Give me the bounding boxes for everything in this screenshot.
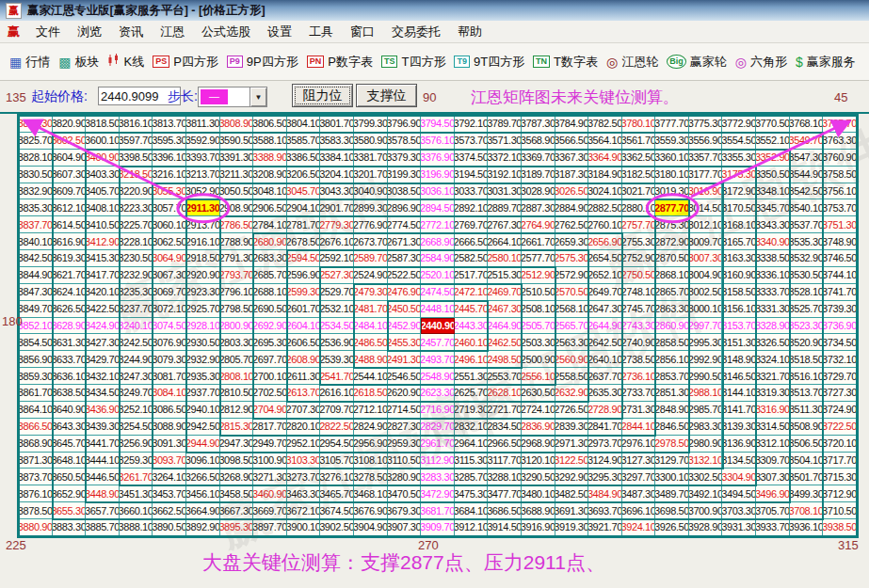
grid-cell: 3002.50	[689, 284, 723, 301]
grid-cell: 3261.70	[120, 469, 153, 485]
grid-cell: 3266.50	[186, 469, 220, 485]
resistance-button[interactable]: 阻力位	[292, 84, 353, 107]
grid-cell: 2726.50	[555, 402, 589, 419]
grid-cell: 3091.30	[153, 436, 186, 453]
grid-cell: 2565.70	[555, 318, 589, 335]
grid-cell: 3453.70	[153, 485, 186, 502]
toolbar-item-9p-square[interactable]: P99P四方形	[227, 54, 298, 71]
grid-cell: 3592.90	[186, 133, 220, 150]
grid-cell: 2685.70	[253, 267, 287, 284]
grid-cell: 3360.10	[655, 150, 689, 167]
grid-cell: 3895.30	[220, 519, 254, 536]
grid-cell: 3777.70	[655, 116, 689, 133]
toolbar-item-label: K线	[123, 54, 144, 71]
grid-cell: 3717.70	[823, 453, 857, 469]
grid-cell: 2923.30	[186, 284, 220, 301]
toolbar-item-winner-service[interactable]: $赢家服务	[796, 54, 856, 71]
grid-cell: 3139.30	[722, 419, 756, 436]
grid-cell: 2846.50	[655, 419, 689, 436]
menu-item-6[interactable]: 工具	[300, 23, 342, 40]
grid-cell: 3885.70	[86, 519, 120, 536]
grid-cell: 2824.90	[354, 419, 388, 436]
support-button[interactable]: 支撑位	[356, 84, 417, 107]
grid-cell: 2786.50	[220, 216, 254, 233]
toolbar-item-winner-wheel[interactable]: Big赢家轮	[667, 54, 727, 71]
grid-cell: 3103.30	[287, 453, 321, 469]
grid-cell: 2748.10	[622, 284, 656, 301]
grid-cell: 3873.70	[19, 469, 53, 485]
grid-cell: 3578.50	[388, 133, 422, 150]
toolbar-item-hexagon[interactable]: ◎六角形	[735, 54, 787, 71]
toolbar-item-p-square[interactable]: PSP四方形	[153, 54, 218, 71]
grid-cell: 3278.50	[354, 469, 388, 485]
menu-item-0[interactable]: 文件	[27, 23, 69, 40]
grid-cell: 3868.90	[19, 436, 53, 453]
grid-cell: 3590.50	[220, 133, 254, 150]
grid-cell: 3607.30	[53, 167, 87, 183]
toolbar-item-quotes[interactable]: ▦行情	[9, 54, 50, 71]
grid-cell: 3571.30	[488, 133, 522, 150]
grid-cell: 2635.30	[588, 385, 622, 402]
grid-cell: 2949.70	[253, 436, 287, 453]
grid-cell: 3072.10	[153, 301, 186, 318]
menu-item-7[interactable]: 窗口	[342, 23, 383, 40]
grid-cell: 3314.50	[756, 419, 790, 436]
grid-cell: 3357.70	[689, 150, 723, 167]
grid-cell: 2661.70	[522, 233, 555, 250]
toolbar-item-p-number-table[interactable]: PNP数字表	[307, 54, 373, 71]
grid-cell: 2928.10	[186, 318, 220, 335]
grid-cell: 3484.90	[588, 485, 622, 502]
menu-item-2[interactable]: 资讯	[110, 23, 152, 40]
grid-cell: 2906.50	[253, 199, 287, 216]
angle-label-90: 90	[423, 90, 436, 104]
menu-item-8[interactable]: 交易委托	[383, 23, 449, 40]
grid-cell: 2712.10	[354, 402, 388, 419]
menu-item-4[interactable]: 公式选股	[193, 23, 259, 40]
grid-cell: 3806.50	[253, 116, 287, 133]
toolbar-item-gann-wheel[interactable]: ◎江恩轮	[606, 54, 658, 71]
grid-cell: 3153.70	[722, 318, 756, 335]
grid-cell: 3542.50	[790, 183, 824, 200]
grid-cell: 2851.30	[655, 385, 689, 402]
toolbar-item-t-number-table[interactable]: TNT数字表	[533, 54, 598, 71]
grid-cell: 3388.90	[253, 150, 287, 167]
toolbar-item-label: 江恩轮	[621, 54, 658, 71]
grid-cell: 2721.70	[488, 402, 522, 419]
step-selected-value: —	[201, 89, 228, 104]
menu-item-5[interactable]: 设置	[259, 23, 300, 40]
toolbar-item-label: 板块	[74, 54, 99, 71]
grid-cell: 3861.70	[19, 385, 53, 402]
grid-cell: 3890.50	[153, 519, 186, 536]
ts-badge-icon: TS	[381, 56, 398, 68]
grid-cell: 2488.90	[354, 351, 388, 368]
p9-badge-icon: P9	[227, 56, 243, 68]
grid-cell: 3141.70	[722, 402, 756, 419]
chevron-down-icon[interactable]: ▼	[249, 87, 266, 106]
menu-item-3[interactable]: 江恩	[152, 23, 193, 40]
grid-cell: 3669.70	[253, 502, 287, 519]
step-combobox[interactable]: — ▼	[198, 87, 267, 107]
grid-cell: 3712.90	[823, 485, 857, 502]
grid-cell: 3751.30	[823, 216, 857, 233]
grid-cell: 3016.90	[689, 183, 723, 200]
grid-cell: 3105.70	[320, 453, 354, 469]
toolbar-item-9t-square[interactable]: T99T四方形	[454, 54, 524, 71]
grid-cell: 3254.50	[120, 419, 153, 436]
grid-cell: 3417.70	[86, 267, 120, 284]
menu-item-1[interactable]: 浏览	[69, 23, 110, 40]
toolbar-item-t-square[interactable]: TST四方形	[381, 54, 445, 71]
grid-cell: 2755.30	[622, 233, 656, 250]
grid-cell: 2988.10	[689, 385, 723, 402]
grid-cell: 2764.90	[522, 216, 555, 233]
grid-cell: 3230.50	[120, 250, 153, 267]
grid-cell: 3554.50	[722, 133, 756, 150]
grid-cell: 3038.50	[388, 183, 422, 200]
menu-item-9[interactable]: 帮助	[449, 23, 491, 40]
toolbar-item-kline[interactable]: K线	[107, 54, 144, 71]
grid-cell: 3050.50	[220, 183, 254, 200]
toolbar-item-sectors[interactable]: ▩板块	[58, 54, 99, 71]
grid-cell: 2913.70	[186, 216, 220, 233]
grid-cell: 3928.90	[689, 519, 723, 536]
grid-cell: 3249.70	[120, 385, 153, 402]
grid-cell: 2724.10	[522, 402, 555, 419]
